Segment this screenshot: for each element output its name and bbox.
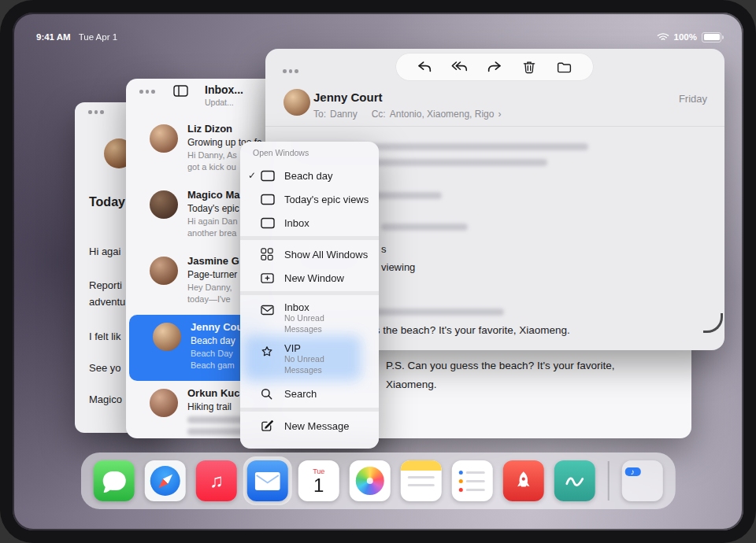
inbox-subtitle: Updat... xyxy=(205,98,234,107)
message-date: Friday xyxy=(679,93,707,105)
sidebar-toggle-icon[interactable] xyxy=(173,85,188,97)
calendar-day: 1 xyxy=(313,475,324,496)
today-body-line: Hi agai xyxy=(89,246,120,257)
dock-app-safari[interactable] xyxy=(145,460,186,501)
wave-icon xyxy=(563,469,587,493)
dock: ♫ Tue 1 xyxy=(81,452,676,509)
grid-icon xyxy=(261,248,278,260)
menu-item-beach-day[interactable]: ✓ Beach day xyxy=(240,164,379,187)
menu-title: Open Windows xyxy=(253,148,309,157)
envelope-icon xyxy=(261,305,278,316)
today-title: Today xyxy=(89,195,125,209)
compass-icon xyxy=(150,466,180,496)
pinwheel-icon xyxy=(356,467,384,495)
avatar xyxy=(150,190,178,219)
status-bar: 9:41 AM Tue Apr 1 100% xyxy=(36,30,721,44)
music-note-icon: ♫ xyxy=(209,470,224,492)
dock-app-messages[interactable] xyxy=(94,460,135,501)
chevron-right-icon[interactable]: › xyxy=(498,109,501,120)
message-body-text: P.S. Can you guess the beach? It's your … xyxy=(386,360,615,371)
menu-item-vip-mailbox[interactable]: VIP No Unread Messages xyxy=(240,340,379,379)
message-recipients[interactable]: To: Danny Cc: Antonio, Xiaomeng, Rigo › xyxy=(313,109,501,120)
cc-value: Antonio, Xiaomeng, Rigo xyxy=(390,109,495,120)
message-body-fragment: viewing xyxy=(381,261,415,273)
window-controls-icon[interactable] xyxy=(139,90,155,94)
avatar xyxy=(150,257,178,285)
status-date: Tue Apr 1 xyxy=(79,32,117,42)
avatar xyxy=(150,389,178,417)
star-icon xyxy=(261,345,278,358)
notes-header-bar xyxy=(401,460,442,471)
dock-app-music[interactable]: ♫ xyxy=(196,460,237,501)
open-windows-menu: Open Windows ✓ Beach day Today's epic vi… xyxy=(240,142,379,449)
checkmark-icon: ✓ xyxy=(248,170,261,181)
dock-app-mail-active[interactable] xyxy=(247,460,288,501)
menu-separator xyxy=(240,291,379,295)
message-body-fragment: s xyxy=(381,243,387,255)
dock-app-library[interactable]: ♪ xyxy=(621,460,662,501)
to-value: Danny xyxy=(330,109,358,120)
folder-icon[interactable] xyxy=(555,57,574,76)
cc-label: Cc: xyxy=(372,109,386,120)
inbox-title: Inbox... xyxy=(205,83,243,96)
divider xyxy=(265,126,724,127)
wifi-icon xyxy=(657,32,669,42)
dock-app-waves[interactable] xyxy=(554,460,595,501)
to-label: To: xyxy=(313,109,326,120)
battery-percent: 100% xyxy=(674,32,697,42)
window-icon xyxy=(261,194,278,205)
mini-app-icon: ♪ xyxy=(624,467,640,476)
dock-app-reminders[interactable] xyxy=(452,460,493,501)
today-body-line: adventu xyxy=(89,296,125,308)
trash-icon[interactable] xyxy=(520,57,539,76)
avatar xyxy=(284,89,310,116)
avatar xyxy=(150,124,178,153)
ipad-device: 9:41 AM Tue Apr 1 100% Today Hi agai Rep… xyxy=(0,0,756,543)
window-resize-handle[interactable] xyxy=(703,313,723,333)
menu-item-new-window[interactable]: New Window xyxy=(240,266,379,290)
menu-separator xyxy=(240,236,379,240)
menu-item-show-all-windows[interactable]: Show All Windows xyxy=(240,242,379,266)
today-body-line: Magico xyxy=(89,393,122,405)
today-body-line: Reporti xyxy=(89,279,122,291)
battery-icon xyxy=(702,32,721,42)
menu-separator xyxy=(240,408,379,412)
dock-divider xyxy=(608,461,610,501)
dock-app-notes[interactable] xyxy=(401,460,442,501)
menu-item-inbox-window[interactable]: Inbox xyxy=(240,211,379,235)
menu-item-search[interactable]: Search xyxy=(240,382,379,404)
avatar xyxy=(153,323,181,351)
menu-item-new-message[interactable]: New Message xyxy=(240,414,379,438)
window-icon xyxy=(261,217,278,229)
dock-app-photos[interactable] xyxy=(350,460,391,501)
today-body-line: See yo xyxy=(89,362,120,374)
menu-item-inbox-mailbox[interactable]: Inbox No Unread Messages xyxy=(240,299,379,338)
new-window-icon xyxy=(261,272,278,284)
window-controls-icon[interactable] xyxy=(88,110,104,114)
chat-bubble-icon xyxy=(102,471,125,490)
status-time: 9:41 AM xyxy=(36,32,71,42)
dock-app-rocket[interactable] xyxy=(503,460,544,501)
message-toolbar xyxy=(396,54,593,80)
dock-app-calendar[interactable]: Tue 1 xyxy=(298,460,339,501)
message-body-text: Xiaomeng. xyxy=(386,379,437,390)
compose-icon xyxy=(261,419,278,432)
rocket-icon xyxy=(513,470,535,492)
forward-icon[interactable] xyxy=(485,57,504,76)
today-body-line: I felt lik xyxy=(89,331,120,342)
reply-icon[interactable] xyxy=(415,57,434,76)
reply-all-icon[interactable] xyxy=(450,57,469,76)
redacted-text xyxy=(381,223,468,231)
search-icon xyxy=(261,388,278,400)
message-sender-name: Jenny Court xyxy=(313,90,383,104)
window-controls-icon[interactable] xyxy=(283,69,298,73)
envelope-icon xyxy=(255,472,280,490)
screen: 9:41 AM Tue Apr 1 100% Today Hi agai Rep… xyxy=(13,13,743,530)
menu-item-todays-epic-views[interactable]: Today's epic views xyxy=(240,187,379,211)
window-icon xyxy=(261,170,278,182)
